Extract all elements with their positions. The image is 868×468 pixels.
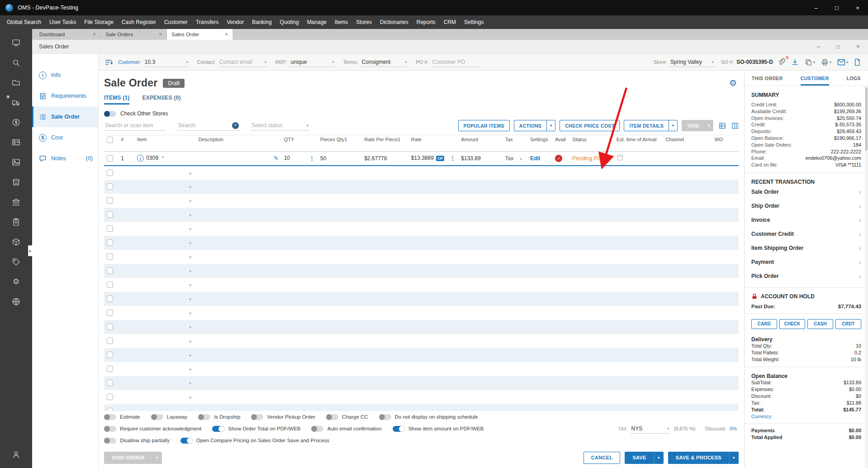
discount-value[interactable]: 0%	[730, 426, 737, 431]
payments-icon[interactable]	[0, 112, 32, 132]
toggle-disallow-partial[interactable]: Disallow ship partially	[104, 438, 170, 444]
tab-sale-orders[interactable]: Sale Orders ×	[101, 29, 167, 40]
search-icon[interactable]	[0, 53, 32, 72]
toggle-vendor-pickup[interactable]: Vendor Pickup Order	[251, 414, 315, 420]
menu-item[interactable]: CRM	[440, 19, 460, 25]
item-select[interactable]	[190, 267, 191, 274]
item-info-icon[interactable]: i	[137, 155, 144, 162]
tab-close-icon[interactable]: ×	[93, 31, 96, 38]
menu-item[interactable]: Customer	[160, 19, 192, 25]
print-icon[interactable]: ▾	[821, 58, 831, 66]
sidebar-expander[interactable]: ▸	[28, 245, 32, 256]
close-button[interactable]: ×	[847, 0, 868, 15]
recent-item-ship-order[interactable]: Ship Order›	[751, 199, 861, 213]
files-icon[interactable]	[0, 72, 32, 92]
inner-minimize-button[interactable]: –	[808, 40, 828, 53]
menu-item[interactable]: Stores	[352, 19, 376, 25]
attachment-icon[interactable]: 0	[778, 58, 785, 66]
clear-search-icon[interactable]: ×	[232, 122, 239, 129]
void-order-button[interactable]: VOID ORDER	[104, 452, 152, 464]
sort-icon[interactable]	[105, 59, 113, 66]
panel-scrollbar[interactable]	[865, 86, 868, 468]
item-select[interactable]	[190, 366, 191, 372]
stores-icon[interactable]	[0, 172, 32, 192]
column-view-icon[interactable]	[731, 122, 739, 129]
minimize-button[interactable]: –	[806, 0, 826, 15]
edit-description-icon[interactable]: ✎	[274, 155, 279, 162]
card-button[interactable]: CARD	[751, 319, 777, 329]
download-icon[interactable]	[791, 58, 799, 66]
sidebar-item-sale-order[interactable]: Sale Order	[32, 106, 98, 127]
menu-item[interactable]: Dictionaries	[376, 19, 413, 25]
settings-edit-link[interactable]: Edit	[530, 155, 541, 162]
credit-button[interactable]: CRDT	[835, 319, 861, 329]
check-button[interactable]: CHECK	[779, 319, 805, 329]
pricing-tags-icon[interactable]	[0, 252, 32, 272]
rate-per-piece-cell[interactable]: $2.67778	[361, 152, 408, 166]
status-select[interactable]: Select status	[251, 121, 309, 130]
tab-expenses[interactable]: EXPENSES (0)	[142, 95, 180, 105]
row-checkbox[interactable]	[107, 170, 113, 176]
menu-item[interactable]: User Tasks	[45, 19, 80, 25]
toggle-is-dropship[interactable]: Is Dropship	[198, 414, 240, 420]
save-button[interactable]: SAVE	[625, 452, 654, 464]
tab-close-icon[interactable]: ×	[225, 31, 228, 38]
currency-link[interactable]: Currency:	[751, 414, 861, 419]
recent-item-pick-order[interactable]: Pick Order›	[751, 269, 861, 283]
menu-item[interactable]: Items	[331, 19, 352, 25]
column-header[interactable]: Avail	[552, 135, 569, 152]
column-header[interactable]: Settings	[527, 135, 552, 152]
copy-icon[interactable]: ▾	[805, 58, 815, 66]
export-icon[interactable]	[854, 58, 861, 66]
save-caret-button[interactable]	[654, 452, 664, 464]
item-select[interactable]	[190, 408, 191, 411]
recent-item-customer-credit[interactable]: Customer Credit›	[751, 227, 861, 241]
sidebar-item-requirements[interactable]: Requirements	[32, 86, 98, 106]
column-header[interactable]: Channel	[663, 135, 711, 152]
void-order-caret-button[interactable]	[152, 452, 162, 464]
column-header[interactable]: WO	[712, 135, 739, 152]
recent-item-item-shipping-order[interactable]: Item Shipping Order›	[751, 241, 861, 255]
void-button[interactable]: VOID	[682, 120, 705, 131]
actions-button[interactable]: ACTIONS	[514, 120, 547, 131]
rate-cell[interactable]: $13.3889CP⋮	[408, 152, 458, 166]
row-checkbox[interactable]	[107, 239, 113, 246]
deliveries-icon[interactable]: 9	[0, 92, 32, 112]
pieces-cell[interactable]: 50	[318, 152, 361, 166]
actions-caret-button[interactable]	[547, 120, 555, 131]
item-select[interactable]	[190, 225, 191, 232]
column-header[interactable]: Description	[196, 135, 281, 152]
sidebar-item-notes[interactable]: Notes (0)	[32, 148, 98, 169]
toggle-show-item-amount[interactable]: Show item amount on PDF/WEB	[393, 426, 484, 432]
item-select[interactable]	[190, 324, 191, 330]
toggle-charge-cc[interactable]: Charge CC	[326, 414, 368, 420]
row-checkbox[interactable]	[107, 394, 113, 400]
toggle-estimate[interactable]: Estimate	[104, 414, 140, 420]
toggle-open-compare-pricing[interactable]: Open Compare Pricing on Sales Order Save…	[180, 438, 329, 444]
item-select[interactable]	[190, 183, 191, 190]
item-select[interactable]	[190, 352, 191, 358]
item-select[interactable]	[190, 211, 191, 218]
inventory-icon[interactable]	[0, 232, 32, 252]
menu-item[interactable]: Manage	[303, 19, 331, 25]
menu-item[interactable]: File Storage	[80, 19, 118, 25]
rate-options-icon[interactable]: ⋮	[450, 155, 455, 162]
check-other-stores-toggle[interactable]	[104, 111, 116, 117]
toggle-auto-email[interactable]: Auto email confirmation	[311, 426, 381, 432]
banking-icon[interactable]	[0, 192, 32, 212]
item-details-caret-button[interactable]	[669, 120, 678, 131]
qty-options-icon[interactable]: ⋮	[309, 155, 315, 162]
web-globe-icon[interactable]	[0, 291, 32, 311]
tax-select[interactable]: Tax	[505, 155, 522, 162]
cancel-button[interactable]: CANCEL	[583, 452, 621, 464]
toggle-no-shipping-schedule[interactable]: Do not display on shipping schedule	[379, 414, 478, 420]
terms-select[interactable]: Consigment	[360, 57, 408, 67]
item-select[interactable]	[190, 197, 191, 204]
grid-view-icon[interactable]	[719, 122, 726, 129]
menu-item[interactable]: Settings	[460, 19, 488, 25]
item-select[interactable]	[190, 170, 191, 176]
recent-item-payment[interactable]: Payment›	[751, 255, 861, 269]
qty-cell[interactable]: 10⋮	[281, 152, 318, 166]
row-checkbox[interactable]	[107, 296, 113, 302]
row-checkbox[interactable]	[107, 366, 113, 372]
